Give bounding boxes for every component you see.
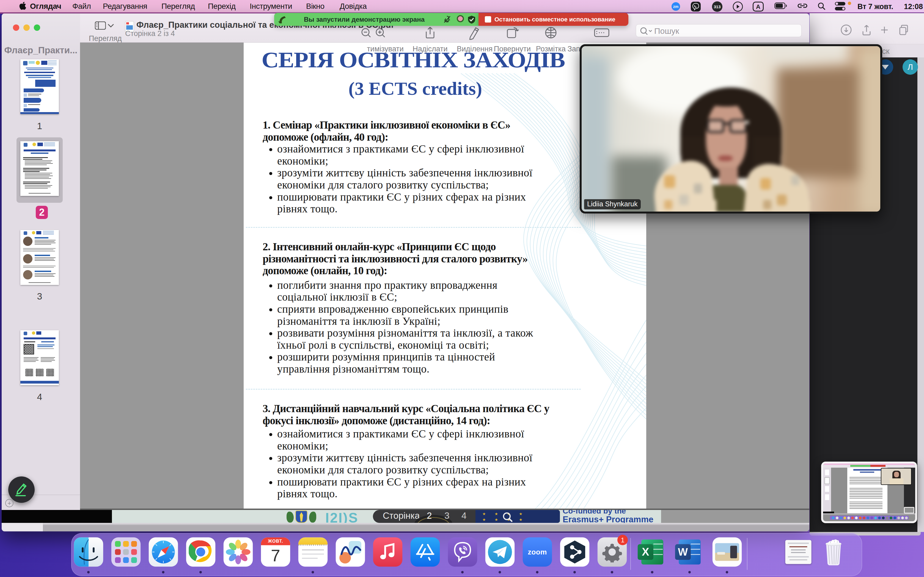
svg-text:A: A xyxy=(756,3,760,10)
